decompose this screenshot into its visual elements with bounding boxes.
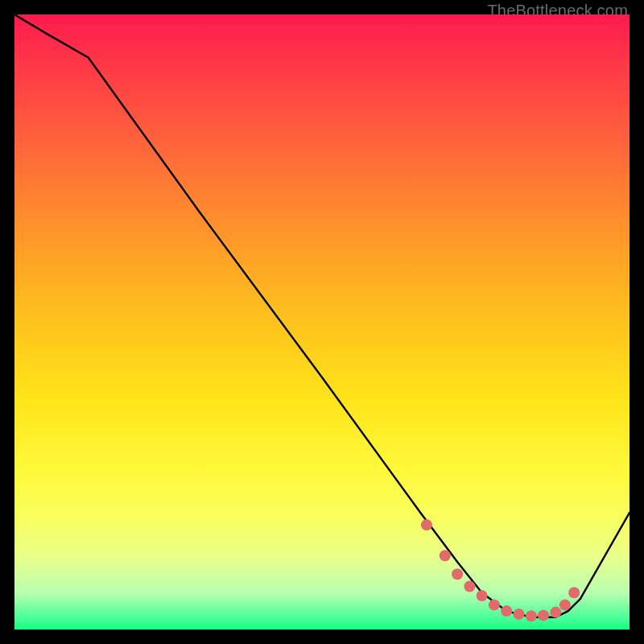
- curve-marker-dot: [464, 581, 475, 592]
- plot-area: [14, 14, 630, 630]
- curve-marker-dot: [421, 519, 432, 530]
- curve-marker-dot: [550, 607, 561, 618]
- curve-marker-dot: [559, 599, 571, 610]
- curve-marker-dot: [501, 605, 512, 617]
- bottleneck-curve: [14, 14, 630, 617]
- chart-stage: TheBottleneck.com: [0, 0, 644, 644]
- curve-marker-dot: [452, 568, 463, 580]
- curve-marker-dot: [526, 610, 537, 621]
- curve-marker-dot: [440, 550, 451, 561]
- curve-marker-dot: [477, 590, 488, 601]
- curve-marker-dot: [568, 587, 580, 598]
- curve-marker-dot: [538, 609, 549, 621]
- curve-marker-dot: [514, 609, 525, 620]
- curve-marker-dot: [489, 599, 500, 610]
- chart-overlay: [14, 14, 630, 630]
